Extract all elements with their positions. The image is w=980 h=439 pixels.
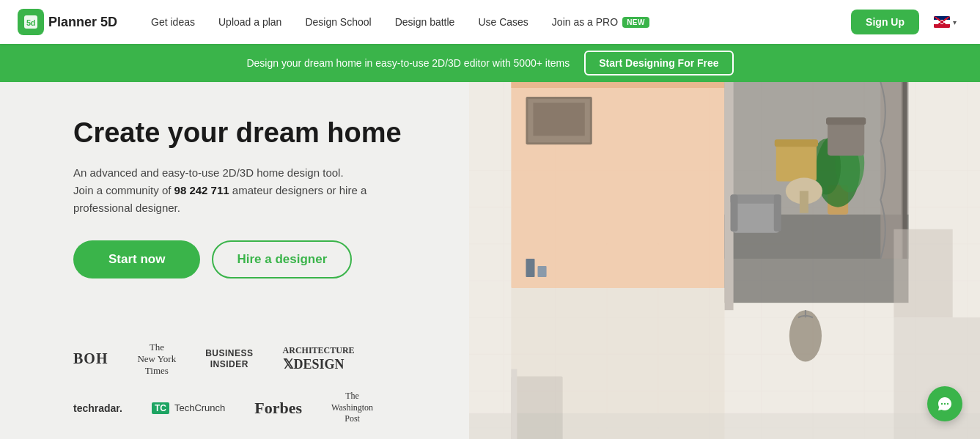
logo-text: Planner 5D (48, 15, 117, 30)
svg-rect-39 (775, 139, 818, 147)
nav-join-pro-label: Join as a PRO (552, 16, 618, 28)
promo-text: Design your dream home in easy-to-use 2D… (246, 57, 570, 69)
svg-point-50 (789, 310, 822, 361)
svg-rect-53 (511, 377, 562, 439)
nyt-logo: TheNew YorkTimes (137, 342, 176, 376)
nav-design-school[interactable]: Design School (295, 10, 381, 34)
hero-section: Create your dream home An advanced and e… (0, 82, 980, 439)
wapo-logo: TheWashingtonPost (331, 391, 373, 425)
nav-join-pro[interactable]: Join as a PRO NEW (542, 10, 660, 34)
new-badge: NEW (622, 17, 649, 28)
svg-rect-54 (526, 259, 534, 277)
start-designing-button[interactable]: Start Designing For Free (584, 51, 733, 75)
start-now-button[interactable]: Start now (73, 240, 200, 278)
nav-design-battle[interactable]: Design battle (385, 10, 465, 34)
svg-text:5d: 5d (26, 18, 35, 27)
svg-rect-48 (894, 229, 952, 317)
signup-button[interactable]: Sign Up (851, 10, 919, 34)
forbes-logo: Forbes (254, 399, 302, 418)
hero-title: Create your dream home (73, 117, 440, 150)
hire-designer-button[interactable]: Hire a designer (212, 240, 352, 278)
svg-rect-43 (800, 191, 808, 213)
svg-rect-45 (731, 195, 781, 204)
svg-rect-38 (776, 141, 817, 181)
svg-rect-47 (774, 195, 781, 232)
room-3d-svg (469, 82, 980, 439)
press-row-2: techradar. TCTechCrunch Forbes TheWashin… (73, 391, 373, 425)
business-insider-logo: BUSINESSINSIDER (205, 348, 253, 369)
techcrunch-logo: TCTechCrunch (152, 402, 225, 414)
svg-rect-55 (538, 266, 547, 277)
svg-rect-23 (511, 82, 724, 88)
press-section: BOH TheNew YorkTimes BUSINESSINSIDER ARC… (73, 342, 373, 425)
svg-rect-56 (511, 369, 517, 439)
xdesign-logo: ARCHITECTURE𝕏DESIGN (283, 345, 355, 372)
hero-image (469, 82, 980, 439)
nav-get-ideas[interactable]: Get ideas (141, 10, 205, 34)
flag-icon (934, 16, 950, 28)
chat-button[interactable] (927, 386, 962, 421)
nav-links: Get ideas Upload a plan Design School De… (141, 10, 851, 34)
svg-point-57 (941, 403, 943, 405)
techradar-logo: techradar. (73, 402, 122, 414)
chat-icon (937, 396, 953, 412)
nav-right: Sign Up ▾ (851, 10, 962, 34)
hero-subtitle: An advanced and easy-to-use 2D/3D home d… (73, 164, 396, 217)
language-selector[interactable]: ▾ (928, 13, 962, 31)
nav-use-cases[interactable]: Use Cases (468, 10, 538, 34)
logo-icon: 5d (18, 9, 44, 35)
hero-buttons: Start now Hire a designer (73, 240, 440, 278)
svg-rect-46 (731, 195, 738, 232)
chevron-down-icon: ▾ (953, 18, 957, 26)
svg-point-59 (947, 403, 948, 405)
community-count: 98 242 711 (174, 184, 229, 196)
logo[interactable]: 5d Planner 5D (18, 9, 117, 35)
svg-rect-41 (826, 117, 866, 125)
hero-content: Create your dream home An advanced and e… (0, 82, 469, 439)
promo-banner: Design your dream home in easy-to-use 2D… (0, 44, 980, 82)
nav-upload-plan[interactable]: Upload a plan (208, 10, 292, 34)
svg-rect-31 (533, 103, 584, 136)
boh-logo: BOH (73, 350, 108, 367)
press-row-1: BOH TheNew YorkTimes BUSINESSINSIDER ARC… (73, 342, 373, 376)
svg-point-58 (944, 403, 946, 405)
navbar: 5d Planner 5D Get ideas Upload a plan De… (0, 0, 980, 44)
